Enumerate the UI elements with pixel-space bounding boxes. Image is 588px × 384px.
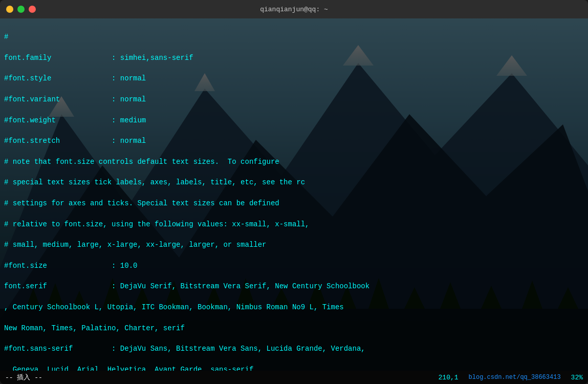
- status-link[interactable]: blog.csdn.net/qq_38663413: [469, 374, 561, 381]
- maximize-button[interactable]: [17, 6, 25, 13]
- status-mode: -- 插入 --: [5, 373, 42, 382]
- line-16: #font.sans-serif : DejaVu Sans, Bitstrea…: [4, 344, 584, 354]
- line-3: #font.style : normal: [4, 73, 584, 83]
- status-bar: -- 插入 -- 210,1 blog.csdn.net/qq_38663413…: [0, 371, 588, 384]
- status-position: 210,1: [439, 374, 459, 381]
- line-1: #: [4, 32, 584, 42]
- line-8: # special text sizes tick labels, axes, …: [4, 177, 584, 187]
- line-11: # small, medium, large, x-large, xx-larg…: [4, 240, 584, 250]
- title-bar: qianqianjun@qq: ~: [0, 0, 588, 18]
- close-button[interactable]: [29, 6, 36, 13]
- line-14: , Century Schoolbook L, Utopia, ITC Book…: [4, 302, 584, 312]
- line-9: # settings for axes and ticks. Special t…: [4, 198, 584, 208]
- line-12: #font.size : 10.0: [4, 261, 584, 271]
- line-15: New Roman, Times, Palatino, Charter, ser…: [4, 323, 584, 333]
- line-4: #font.variant : normal: [4, 94, 584, 104]
- terminal-window: qianqianjun@qq: ~: [0, 0, 588, 384]
- line-6: #font.stretch : normal: [4, 136, 584, 146]
- window-title: qianqianjun@qq: ~: [260, 6, 328, 13]
- line-7: # note that font.size controls default t…: [4, 157, 584, 167]
- line-2: font.family : simhei,sans-serif: [4, 53, 584, 63]
- line-13: font.serif : DejaVu Serif, Bitstream Ver…: [4, 281, 584, 291]
- status-percent: 32%: [571, 374, 583, 381]
- line-5: #font.weight : medium: [4, 115, 584, 125]
- line-10: # relative to font.size, using the follo…: [4, 219, 584, 229]
- minimize-button[interactable]: [6, 6, 13, 13]
- window-controls: [6, 6, 36, 13]
- terminal-body[interactable]: # font.family : simhei,sans-serif #font.…: [0, 18, 588, 371]
- terminal-content: # font.family : simhei,sans-serif #font.…: [0, 18, 588, 371]
- line-17: Geneva, Lucid, Arial, Helvetica, Avant G…: [4, 365, 584, 371]
